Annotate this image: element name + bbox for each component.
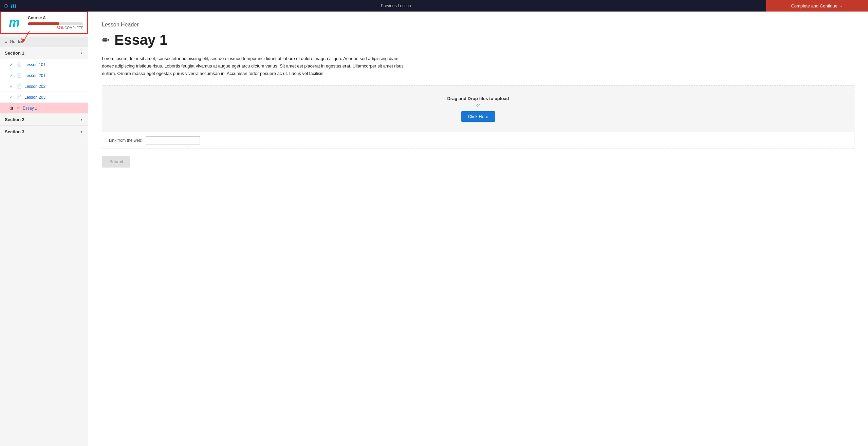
top-navigation: ⊙ m ← Previous Lesson Complete and Conti…	[0, 0, 868, 12]
check-icon-201: ✓	[10, 73, 14, 78]
progress-pct: 57%	[57, 26, 63, 30]
grades-row[interactable]: ≡ Grades	[0, 37, 88, 47]
nav-logo: m	[11, 2, 16, 9]
check-icon-202: ✓	[10, 84, 14, 89]
section-3-chevron: ▼	[80, 130, 83, 134]
lesson-label-101: Lesson 101	[24, 62, 45, 67]
file-icon-202: 📄	[17, 84, 22, 89]
section-3-label: Section 3	[5, 129, 24, 134]
complete-continue-button[interactable]: Complete and Continue →	[791, 3, 843, 8]
lesson-item-essay1[interactable]: ◑ ✏ Essay 1	[0, 103, 88, 114]
course-logo-area: m Course A 57% COMPLETE	[0, 12, 88, 34]
course-title: Course A	[28, 16, 83, 20]
file-icon-203: 📄	[17, 95, 22, 99]
sidebar: m Course A 57% COMPLETE ≡ Grades	[0, 12, 88, 446]
lesson-header-label: Lesson Header	[102, 22, 854, 28]
section-1-label: Section 1	[5, 51, 24, 56]
progress-bar-fill	[28, 22, 59, 25]
check-icon-101: ✓	[10, 62, 14, 67]
lesson-label-essay1: Essay 1	[23, 106, 37, 111]
lesson-label-202: Lesson 202	[24, 84, 45, 89]
lesson-label-203: Lesson 203	[24, 95, 45, 100]
nav-right: Complete and Continue →	[766, 0, 868, 12]
link-from-web-label: Link from the web:	[109, 138, 142, 143]
lesson-title-row: ✏ Essay 1	[102, 32, 854, 48]
progress-bar-bg	[28, 22, 83, 25]
lesson-body-text: Lorem ipsum dolor sit amet, consectetur …	[102, 55, 407, 77]
section-1-chevron: ▲	[80, 51, 83, 55]
section-2-chevron: ▼	[80, 118, 83, 121]
course-info: Course A 57% COMPLETE	[28, 16, 83, 30]
lesson-item-101[interactable]: ✓ 📄 Lesson 101	[0, 59, 88, 70]
progress-complete-text: COMPLETE	[64, 26, 83, 30]
submit-button[interactable]: Submit	[102, 156, 130, 168]
click-here-button[interactable]: Click Here	[461, 111, 495, 122]
section-2-label: Section 2	[5, 117, 24, 122]
lesson-item-201[interactable]: ✓ 📄 Lesson 201	[0, 70, 88, 81]
half-icon-essay1: ◑	[10, 105, 14, 111]
file-icon-101: 📄	[17, 62, 22, 67]
essay-title: Essay 1	[114, 32, 167, 48]
main-content: Lesson Header ✏ Essay 1 Lorem ipsum dolo…	[88, 12, 868, 446]
nav-center: ← Previous Lesson	[20, 3, 766, 8]
upload-label: Drag and Drop files to upload	[109, 96, 847, 101]
link-from-web-input[interactable]	[146, 136, 200, 144]
section-3-header[interactable]: Section 3 ▼	[0, 126, 88, 138]
lesson-item-202[interactable]: ✓ 📄 Lesson 202	[0, 81, 88, 92]
link-from-web-row: Link from the web:	[102, 132, 854, 149]
main-layout: m Course A 57% COMPLETE ≡ Grades	[0, 12, 868, 446]
essay-pencil-icon: ✏	[102, 35, 110, 46]
upload-drop-area[interactable]: Drag and Drop files to upload or Click H…	[102, 85, 854, 132]
globe-icon: ⊙	[4, 3, 8, 8]
pencil-icon-essay1: ✏	[17, 106, 20, 110]
nav-left: ⊙ m	[0, 2, 20, 9]
file-icon-201: 📄	[17, 73, 22, 78]
check-icon-203: ✓	[10, 95, 14, 100]
course-logo-icon: m	[5, 16, 24, 30]
lesson-item-203[interactable]: ✓ 📄 Lesson 203	[0, 92, 88, 103]
section-1-header[interactable]: Section 1 ▲	[0, 47, 88, 59]
lesson-label-201: Lesson 201	[24, 73, 45, 78]
section-2-header[interactable]: Section 2 ▼	[0, 114, 88, 126]
upload-or: or	[109, 103, 847, 108]
progress-label: 57% COMPLETE	[28, 26, 83, 30]
prev-lesson-button[interactable]: ← Previous Lesson	[375, 3, 411, 8]
grades-label: Grades	[10, 39, 23, 44]
grades-icon: ≡	[5, 39, 7, 44]
